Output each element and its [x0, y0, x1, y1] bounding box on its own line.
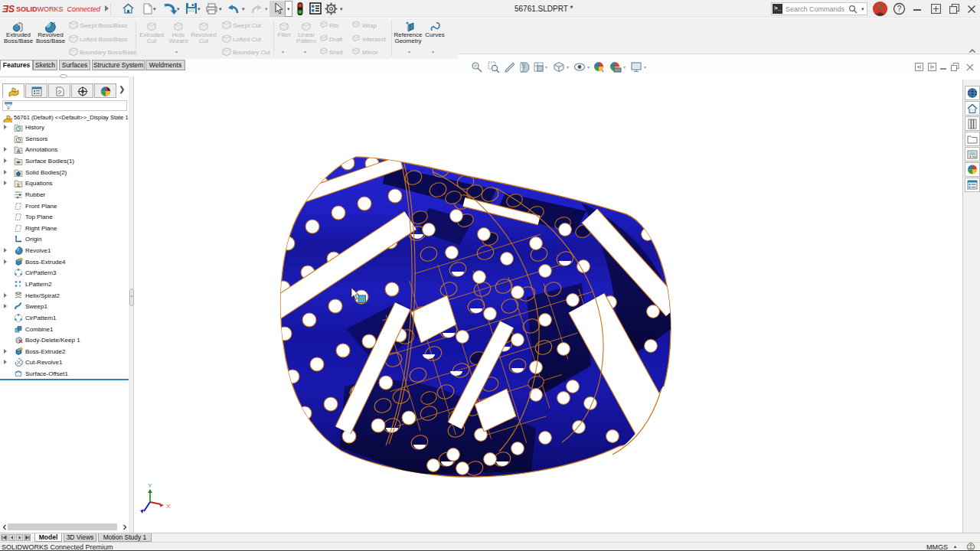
svg-text:Y: Y	[148, 482, 152, 489]
svg-text:X: X	[166, 503, 171, 510]
